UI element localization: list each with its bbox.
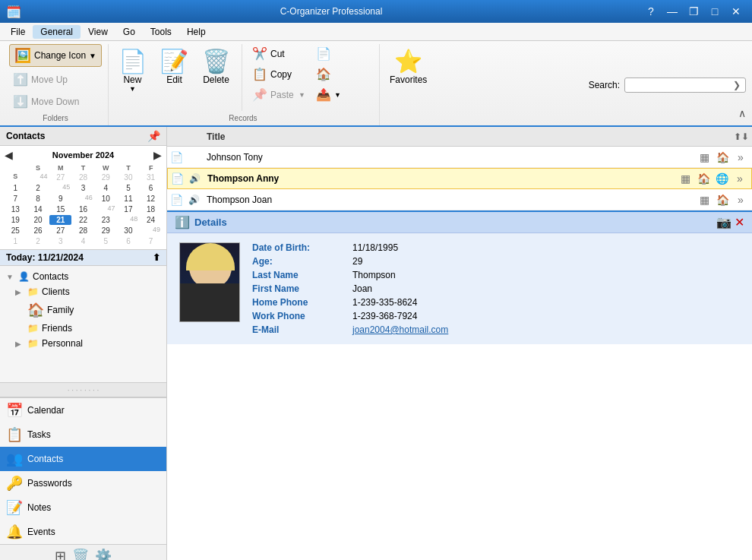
menu-tools[interactable]: Tools bbox=[143, 25, 179, 39]
cal-day[interactable]: 16 bbox=[72, 204, 94, 214]
today-bar[interactable]: Today: 11/21/2024 ⬆ bbox=[0, 250, 166, 266]
edit-button[interactable]: 📝 Edit bbox=[155, 44, 194, 89]
menu-view[interactable]: View bbox=[81, 25, 115, 39]
details-camera-button[interactable]: 📷 bbox=[716, 215, 731, 229]
cal-day[interactable]: 18 bbox=[140, 204, 162, 214]
cal-day[interactable]: 8 bbox=[27, 194, 49, 204]
cal-day[interactable]: 13 bbox=[5, 204, 27, 214]
record-btn1[interactable]: 📄 bbox=[312, 44, 373, 63]
tree-item-contacts[interactable]: ▼ 👤 Contacts bbox=[0, 269, 166, 284]
cal-day[interactable]: 28 bbox=[72, 172, 94, 182]
email-value[interactable]: joan2004@hotmail.com bbox=[352, 324, 740, 335]
cal-day[interactable]: 7 bbox=[140, 236, 162, 246]
favorites-button[interactable]: ⭐ Favorites bbox=[384, 44, 432, 89]
menu-go[interactable]: Go bbox=[115, 25, 143, 39]
cal-day[interactable]: 2 bbox=[27, 183, 49, 193]
move-up-button[interactable]: ⬆️ Move Up bbox=[9, 70, 102, 89]
clients-expander-icon[interactable]: ▶ bbox=[15, 288, 24, 296]
cal-day[interactable]: 30 bbox=[118, 172, 140, 182]
cal-day[interactable]: 29 bbox=[95, 226, 117, 236]
contact-row-2[interactable]: 📄 🔊 Thompson Anny ▦ 🏠 🌐 » bbox=[167, 168, 752, 189]
cal-day[interactable]: 26 bbox=[27, 226, 49, 236]
contact-action-btn-a3[interactable]: ▦ bbox=[696, 191, 713, 208]
cal-day[interactable]: 9 bbox=[49, 194, 71, 204]
cal-day[interactable]: 31 bbox=[140, 172, 162, 182]
details-close-button[interactable]: ✕ bbox=[735, 215, 744, 229]
paste-button[interactable]: 📌 Paste ▼ bbox=[248, 85, 309, 104]
cal-day[interactable]: 10 bbox=[95, 194, 117, 204]
contacts-expander-icon[interactable]: ▼ bbox=[6, 273, 15, 281]
cut-button[interactable]: ✂️ Cut bbox=[248, 44, 309, 63]
nav-item-calendar[interactable]: 📅 Calendar bbox=[0, 398, 166, 422]
delete-button[interactable]: 🗑️ Delete bbox=[197, 44, 235, 89]
contact-row-1[interactable]: 📄 Johnson Tony ▦ 🏠 » bbox=[167, 147, 752, 168]
menu-file[interactable]: File bbox=[3, 25, 33, 39]
search-input[interactable] bbox=[630, 80, 730, 90]
cal-day[interactable]: 23 bbox=[95, 215, 117, 225]
cal-day[interactable]: 30 bbox=[118, 226, 140, 236]
pin-icon[interactable]: 📌 bbox=[147, 130, 160, 142]
nav-item-events[interactable]: 🔔 Events bbox=[0, 520, 166, 544]
nav-item-notes[interactable]: 📝 Notes bbox=[0, 495, 166, 520]
contact-action-btn-b3[interactable]: 🏠 bbox=[714, 191, 731, 208]
cal-day[interactable]: 1 bbox=[5, 236, 27, 246]
tree-item-personnal[interactable]: ▶ 📁 Personnal bbox=[0, 336, 166, 351]
cal-day[interactable]: 3 bbox=[49, 236, 71, 246]
cal-day[interactable]: 5 bbox=[95, 236, 117, 246]
cal-day[interactable]: 27 bbox=[49, 172, 71, 182]
cal-day[interactable]: 20 bbox=[27, 215, 49, 225]
close-button[interactable]: ✕ bbox=[726, 4, 746, 19]
cal-day[interactable]: 2 bbox=[27, 236, 49, 246]
cal-day[interactable]: 11 bbox=[118, 194, 140, 204]
cal-day[interactable]: 6 bbox=[140, 183, 162, 193]
record-btn3[interactable]: 📤 ▼ bbox=[312, 85, 373, 104]
cal-day[interactable]: 4 bbox=[95, 183, 117, 193]
sort-icon[interactable]: ⬆⬇ bbox=[734, 131, 749, 142]
help-button[interactable]: ? bbox=[641, 4, 661, 19]
cal-day[interactable]: 1 bbox=[5, 183, 27, 193]
tree-item-clients[interactable]: ▶ 📁 Clients bbox=[0, 284, 166, 299]
maximize-button[interactable]: □ bbox=[705, 4, 725, 19]
grip-handle[interactable]: · · · · · · · · bbox=[0, 382, 166, 397]
cal-day[interactable]: 22 bbox=[72, 215, 94, 225]
cal-day-today[interactable]: 21 bbox=[49, 215, 71, 225]
contact-internet-btn-2[interactable]: 🌐 bbox=[713, 170, 730, 187]
nav-item-passwords[interactable]: 🔑 Passwords bbox=[0, 471, 166, 495]
contact-row-3[interactable]: 📄 🔊 Thompson Joan ▦ 🏠 » bbox=[167, 189, 752, 210]
cal-next-button[interactable]: ▶ bbox=[153, 149, 162, 161]
tree-item-friends[interactable]: 📁 Friends bbox=[0, 321, 166, 336]
cal-day[interactable]: 29 bbox=[95, 172, 117, 182]
restore-button[interactable]: ❐ bbox=[684, 4, 703, 19]
contact-expand-btn-1[interactable]: » bbox=[732, 149, 749, 166]
change-icon-button[interactable]: 🖼️ Change Icon ▼ bbox=[9, 44, 102, 67]
search-arrow-icon[interactable]: ❯ bbox=[733, 80, 741, 90]
toolbar-delete-button[interactable]: 🗑️ bbox=[72, 548, 89, 560]
cal-day[interactable]: 27 bbox=[49, 226, 71, 236]
tree-item-family[interactable]: 🏠 Family bbox=[0, 299, 166, 321]
cal-prev-button[interactable]: ◀ bbox=[5, 149, 13, 161]
cal-day[interactable]: 24 bbox=[140, 215, 162, 225]
cal-day[interactable]: 17 bbox=[118, 204, 140, 214]
cal-day[interactable]: 5 bbox=[118, 183, 140, 193]
personnal-expander-icon[interactable]: ▶ bbox=[15, 340, 24, 348]
menu-general[interactable]: General bbox=[33, 25, 81, 39]
cal-day[interactable]: 12 bbox=[140, 194, 162, 204]
cal-day[interactable]: 28 bbox=[72, 226, 94, 236]
cal-day[interactable]: 4 bbox=[72, 236, 94, 246]
menu-help[interactable]: Help bbox=[179, 25, 213, 39]
ribbon-collapse-button[interactable]: ∧ bbox=[735, 104, 749, 122]
cal-day[interactable]: 6 bbox=[118, 236, 140, 246]
nav-item-contacts[interactable]: 👥 Contacts bbox=[0, 447, 166, 471]
toolbar-settings-button[interactable]: ⚙️ bbox=[95, 548, 112, 560]
copy-button[interactable]: 📋 Copy bbox=[248, 65, 309, 84]
move-down-button[interactable]: ⬇️ Move Down bbox=[9, 92, 102, 111]
new-button[interactable]: 📄 New ▼ bbox=[113, 44, 152, 96]
contact-action-btn-a2[interactable]: ▦ bbox=[677, 170, 694, 187]
cal-day[interactable]: 15 bbox=[49, 204, 71, 214]
cal-day[interactable]: 7 bbox=[5, 194, 27, 204]
cal-day[interactable]: 25 bbox=[5, 226, 27, 236]
minimize-button[interactable]: — bbox=[662, 4, 682, 19]
cal-day[interactable]: 14 bbox=[27, 204, 49, 214]
nav-item-tasks[interactable]: 📋 Tasks bbox=[0, 422, 166, 447]
contact-action-btn-a1[interactable]: ▦ bbox=[696, 149, 713, 166]
